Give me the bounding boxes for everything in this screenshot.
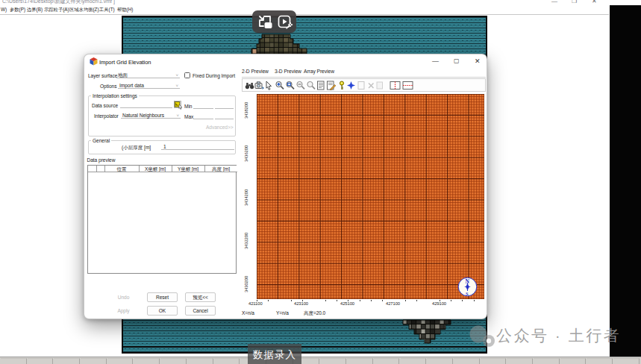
- x-axis-minor-ticks: [257, 300, 484, 302]
- tab-3d-preview[interactable]: 3-D Preview: [275, 69, 301, 74]
- interpolation-settings-group: Interpolation settings Data source Min I…: [88, 95, 236, 136]
- interpolator-combo[interactable]: Natural Neighbours ˅: [121, 112, 181, 119]
- key-icon[interactable]: [337, 81, 346, 90]
- app-minimize-button[interactable]: —: [551, 0, 557, 4]
- app-title: C:\Users\174\Desktop\新建文件夹\ymoch\1.vmf ]: [2, 0, 115, 5]
- options-combo[interactable]: Import data ˅: [118, 82, 180, 89]
- dialog-close-button[interactable]: ✕: [475, 57, 481, 65]
- y-axis-tick: 3432200: [244, 233, 248, 249]
- model-bottom-border: [122, 346, 487, 348]
- app-status-bar: [0, 357, 641, 364]
- data-source-input[interactable]: [120, 101, 172, 108]
- zoom-in-icon[interactable]: [275, 81, 285, 90]
- max-input-2[interactable]: [215, 113, 234, 119]
- apply-button[interactable]: Apply: [114, 307, 133, 316]
- status-bar-cell: [347, 358, 373, 364]
- binoculars-find-icon[interactable]: [245, 81, 254, 90]
- undo-button[interactable]: Undo: [114, 293, 133, 303]
- min-input-1[interactable]: [193, 102, 213, 109]
- status-bar-cell: [54, 358, 80, 364]
- options-label: Options: [100, 84, 116, 89]
- data-preview-label: Data preview: [87, 157, 116, 163]
- general-group: General (小层厚度 [m] 1: [88, 140, 236, 154]
- status-bar-cell: [214, 358, 240, 364]
- status-bar-cell: [427, 358, 453, 364]
- options-value: Import data: [119, 83, 144, 88]
- advanced-button[interactable]: Advanced>>: [206, 125, 234, 130]
- tab-2d-preview[interactable]: 2-D Preview: [242, 69, 269, 74]
- watermark-logo: [467, 325, 497, 348]
- preview-toggle-button[interactable]: 预览<<: [185, 292, 216, 302]
- dialog-minimize-button[interactable]: —: [432, 57, 439, 65]
- menu-item-waterbalance[interactable]: 区域水均衡(Z): [69, 7, 99, 13]
- status-bar-cell: [454, 358, 480, 364]
- data-preview-table[interactable]: 位置 X坐标 [m] Y坐标 [m] 高度 [m]: [87, 165, 237, 274]
- delete-x-icon[interactable]: [366, 81, 375, 90]
- navigate-star-icon[interactable]: [346, 81, 356, 90]
- status-bar-cell: [613, 358, 640, 364]
- min-input-2[interactable]: [215, 102, 234, 109]
- menu-item-particles[interactable]: 示踪粒子(A): [44, 7, 69, 13]
- zoom-previous-icon[interactable]: [306, 81, 316, 90]
- browse-data-source-button[interactable]: [174, 101, 183, 110]
- preview-toolbar: [242, 78, 486, 92]
- x-axis-tick: 421100: [248, 301, 263, 306]
- layer-surface-combo[interactable]: 地面 ˅: [116, 72, 180, 78]
- table-header-elevation: 高度 [m]: [205, 166, 237, 173]
- status-elevation: 高度=20.0: [304, 310, 325, 317]
- grid-preview-plot[interactable]: [257, 94, 484, 299]
- insert-row-icon[interactable]: [402, 81, 413, 90]
- new-document-icon[interactable]: [357, 81, 366, 90]
- table-header-y: Y坐标 [m]: [172, 166, 205, 173]
- dialog-title: Import Grid Elevation: [99, 59, 151, 66]
- menu-item-boundary[interactable]: 边界(B): [27, 7, 43, 13]
- table-header-0: [88, 166, 97, 173]
- status-bar-cell: [28, 358, 54, 364]
- report-document-icon[interactable]: [316, 81, 325, 90]
- layer-thickness-input[interactable]: 1: [161, 143, 234, 150]
- max-input-1[interactable]: [193, 113, 213, 119]
- desktop-black-strip: [610, 5, 641, 357]
- table-header-position: 位置: [105, 166, 140, 173]
- menu-item-help[interactable]: 帮助(H): [117, 7, 133, 13]
- bottom-soil-pyramid: [402, 319, 451, 344]
- status-bar-cell: [534, 358, 560, 364]
- status-bar-cell: [134, 358, 160, 364]
- y-axis-tick: 3438200: [244, 102, 248, 119]
- play-enhance-icon[interactable]: [278, 15, 293, 29]
- cursor-select-icon[interactable]: [264, 81, 273, 90]
- status-bar-cell: [1, 358, 27, 364]
- watermark-text: 公众号 · 土行者: [496, 325, 621, 346]
- grid-mesh: [257, 94, 484, 299]
- tab-array-preview[interactable]: Array Preview: [304, 69, 334, 74]
- zoom-window-icon[interactable]: [285, 81, 296, 90]
- snapshot-export-icon[interactable]: [254, 81, 265, 90]
- blank-document-icon[interactable]: [375, 81, 384, 90]
- menu-item-w[interactable]: W): [1, 7, 7, 12]
- cancel-button[interactable]: Cancel: [185, 306, 216, 316]
- status-bar-cell: [320, 358, 346, 364]
- dialog-maximize-button[interactable]: ▢: [454, 57, 460, 64]
- north-compass: N S: [457, 277, 478, 297]
- chevron-down-icon[interactable]: ˅: [176, 84, 178, 88]
- app-close-button[interactable]: ✕: [592, 0, 597, 4]
- menu-item-tools[interactable]: 工具(T): [99, 7, 115, 13]
- chevron-down-icon[interactable]: ˅: [177, 113, 179, 118]
- reset-button[interactable]: Reset: [147, 292, 178, 302]
- zoom-out-icon[interactable]: [296, 81, 306, 90]
- ok-button[interactable]: OK: [147, 306, 178, 316]
- app-restore-button[interactable]: ❐: [572, 0, 577, 4]
- layer-thickness-value: 1: [163, 144, 166, 149]
- menu-item-params[interactable]: 参数(P): [10, 7, 25, 13]
- insert-column-icon[interactable]: [390, 81, 401, 90]
- fixed-during-import-checkbox[interactable]: [184, 72, 190, 78]
- chevron-down-icon[interactable]: ˅: [176, 73, 178, 78]
- edit-document-icon[interactable]: [326, 81, 336, 90]
- x-axis-tick: 429100: [432, 301, 446, 306]
- video-subtitle-badge: 数据录入: [248, 344, 301, 364]
- y-axis-tick: 3430200: [244, 276, 248, 292]
- picture-in-picture-icon[interactable]: [258, 15, 273, 29]
- import-grid-elevation-dialog: Import Grid Elevation — ▢ ✕ Layer surfac…: [84, 54, 487, 319]
- fixed-during-import-label: Fixed During Import: [193, 73, 235, 78]
- app-titlebar: C:\Users\174\Desktop\新建文件夹\ymoch\1.vmf ]: [0, 0, 609, 5]
